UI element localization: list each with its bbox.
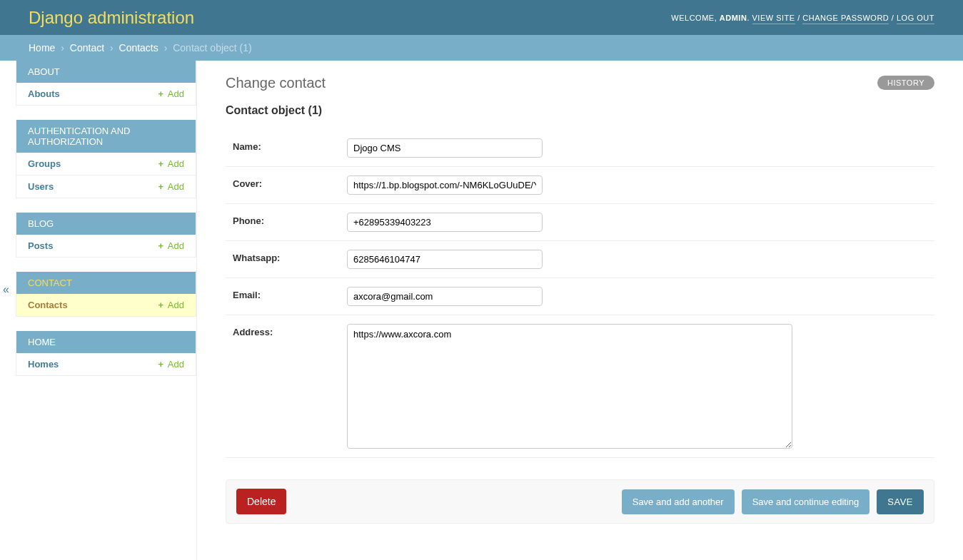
sidebar-link-abouts[interactable]: Abouts <box>28 88 60 99</box>
sidebar-item-contacts: Contacts+ Add <box>16 294 196 316</box>
breadcrumb-home[interactable]: Home <box>29 42 55 54</box>
sidebar-add-contacts[interactable]: + Add <box>158 300 184 310</box>
textarea-address[interactable] <box>347 324 792 449</box>
change-password-link[interactable]: CHANGE PASSWORD <box>802 14 889 24</box>
nav-sidebar: ABOUTAbouts+ AddAUTHENTICATION AND AUTHO… <box>0 61 197 560</box>
input-cover[interactable] <box>347 175 543 195</box>
header-bar: Django administration WELCOME, ADMIN. VI… <box>0 0 963 35</box>
sidebar-link-contacts[interactable]: Contacts <box>28 300 68 310</box>
toggle-sidebar-icon[interactable]: « <box>0 282 12 297</box>
label-address: Address: <box>233 324 347 337</box>
label-email: Email: <box>233 287 347 300</box>
sidebar-add-users[interactable]: + Add <box>158 181 184 192</box>
sidebar-item-groups: Groups+ Add <box>16 153 196 175</box>
plus-icon: + <box>158 181 163 192</box>
sidebar-item-users: Users+ Add <box>16 175 196 198</box>
sidebar-section-home[interactable]: HOME <box>16 331 196 353</box>
sidebar-item-abouts: Abouts+ Add <box>16 83 196 105</box>
label-cover: Cover: <box>233 175 347 189</box>
save-add-another-button[interactable]: Save and add another <box>622 489 735 514</box>
plus-icon: + <box>158 359 163 370</box>
plus-icon: + <box>158 240 163 251</box>
input-phone[interactable] <box>347 213 543 232</box>
sidebar-add-abouts[interactable]: + Add <box>158 88 184 99</box>
breadcrumb-model[interactable]: Contacts <box>119 42 158 54</box>
label-name: Name: <box>233 138 347 152</box>
submit-row: Delete Save and add another Save and con… <box>226 479 934 524</box>
label-whatsapp: Whatsapp: <box>233 250 347 263</box>
sidebar-section-about[interactable]: ABOUT <box>16 61 196 83</box>
sidebar-link-groups[interactable]: Groups <box>28 158 61 169</box>
history-button[interactable]: HISTORY <box>877 76 934 90</box>
log-out-link[interactable]: LOG OUT <box>897 14 934 24</box>
input-name[interactable] <box>347 138 543 158</box>
label-phone: Phone: <box>233 213 347 226</box>
save-button[interactable]: SAVE <box>877 489 924 514</box>
save-continue-button[interactable]: Save and continue editing <box>742 489 870 514</box>
sidebar-section-authentication-and-authorization[interactable]: AUTHENTICATION AND AUTHORIZATION <box>16 120 196 153</box>
breadcrumb: Home › Contact › Contacts › Contact obje… <box>0 35 963 61</box>
username: ADMIN <box>720 14 747 22</box>
content: Change contact HISTORY Contact object (1… <box>197 61 963 560</box>
view-site-link[interactable]: VIEW SITE <box>752 14 795 24</box>
breadcrumb-current: Contact object (1) <box>173 42 252 54</box>
user-tools: WELCOME, ADMIN. VIEW SITE / CHANGE PASSW… <box>671 14 934 22</box>
sidebar-section-blog[interactable]: BLOG <box>16 213 196 235</box>
plus-icon: + <box>158 88 163 99</box>
sidebar-section-contact[interactable]: CONTACT <box>16 272 196 294</box>
breadcrumb-app[interactable]: Contact <box>70 42 104 54</box>
object-title: Contact object (1) <box>226 104 934 117</box>
input-whatsapp[interactable] <box>347 250 543 269</box>
site-title: Django administration <box>29 8 194 28</box>
sidebar-add-homes[interactable]: + Add <box>158 359 184 370</box>
welcome-text: WELCOME, <box>671 14 717 22</box>
sidebar-add-groups[interactable]: + Add <box>158 158 184 169</box>
sidebar-link-posts[interactable]: Posts <box>28 240 53 251</box>
sidebar-item-homes: Homes+ Add <box>16 353 196 375</box>
sidebar-add-posts[interactable]: + Add <box>158 240 184 251</box>
input-email[interactable] <box>347 287 543 306</box>
sidebar-item-posts: Posts+ Add <box>16 235 196 257</box>
plus-icon: + <box>158 158 163 169</box>
sidebar-link-homes[interactable]: Homes <box>28 359 59 370</box>
plus-icon: + <box>158 300 163 310</box>
sidebar-link-users[interactable]: Users <box>28 181 54 192</box>
delete-button[interactable]: Delete <box>236 489 286 514</box>
